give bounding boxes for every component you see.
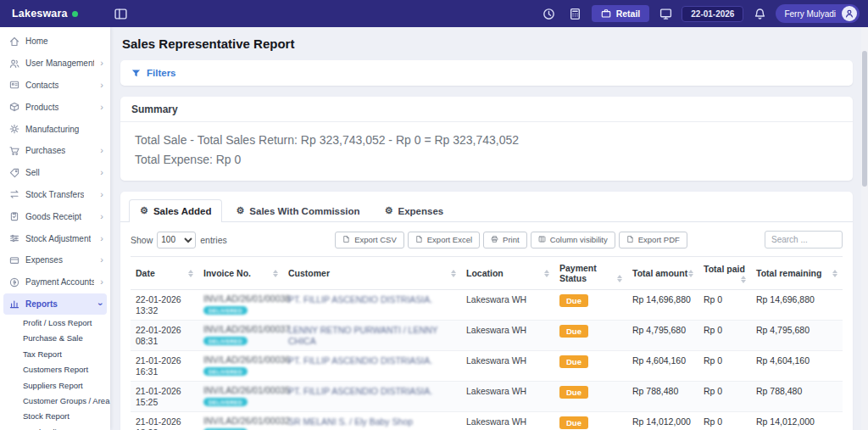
- print-button[interactable]: Print: [483, 232, 527, 249]
- transfers-icon: [9, 189, 19, 199]
- cell-total-amount: Rp 788,480: [627, 382, 698, 412]
- calculator-icon[interactable]: [565, 3, 586, 24]
- export-pdf-button[interactable]: Export PDF: [619, 232, 687, 249]
- main-content: Sales Representative Report Filters Summ…: [110, 27, 868, 430]
- page-size-select[interactable]: 100: [157, 232, 196, 249]
- sidebar-subitem-profit-loss-report[interactable]: Profit / Loss Report: [0, 315, 110, 330]
- sidebar-item-label: Stock Transfers: [25, 190, 84, 199]
- cell-payment-status: Due: [554, 351, 627, 382]
- users-icon: [9, 59, 19, 69]
- cell-total-amount: Rp 4,604,160: [627, 351, 698, 382]
- sidebar-item-contacts[interactable]: Contacts›: [0, 75, 110, 97]
- sidebar-subitem-customers-report[interactable]: Customers Report: [0, 362, 110, 377]
- chevron-right-icon: ›: [97, 303, 106, 306]
- date-chip[interactable]: 22-01-2026: [682, 6, 743, 22]
- payment-status-badge[interactable]: Due: [559, 294, 588, 307]
- sidebar-subitem-stock-adjustment-report[interactable]: Stock Adjustment Report: [0, 424, 110, 430]
- chevron-right-icon: ›: [100, 255, 103, 265]
- sidebar-item-label: Products: [25, 103, 58, 112]
- sidebar-item-expenses[interactable]: Expenses›: [0, 249, 110, 271]
- export-excel-button[interactable]: Export Excel: [408, 232, 480, 249]
- table-row[interactable]: 21-01-2026 15:25INV/LAD/26/01/00035DELIV…: [131, 382, 843, 412]
- sidebar-item-user-management[interactable]: User Management›: [0, 53, 110, 75]
- sidebar-item-label: Payment Accounts: [25, 277, 94, 287]
- tab-sales-with-commission[interactable]: ⚙Sales With Commission: [225, 199, 370, 222]
- sidebar-item-sell[interactable]: Sell›: [0, 162, 110, 184]
- sidebar-item-stock-adjustment[interactable]: Stock Adjustment›: [0, 227, 110, 249]
- column-header-invoice-no[interactable]: Invoice No.: [198, 257, 283, 290]
- sidebar: HomeUser Management›Contacts›Products›Ma…: [0, 27, 110, 430]
- page-title: Sales Representative Report: [122, 36, 853, 51]
- products-icon: [9, 102, 19, 112]
- chevron-right-icon: ›: [100, 190, 103, 199]
- payment-status-badge[interactable]: Due: [559, 416, 588, 429]
- page-scrollbar[interactable]: [861, 27, 868, 430]
- sort-icon: [741, 276, 746, 283]
- column-header-payment-status[interactable]: Payment Status: [554, 257, 627, 290]
- filters-panel[interactable]: Filters: [120, 60, 853, 86]
- table-row[interactable]: 22-01-2026 13:32INV/LAD/26/01/00038DELIV…: [131, 290, 843, 321]
- sidebar-item-label: Manufacturing: [25, 125, 79, 134]
- payment-status-badge[interactable]: Due: [559, 355, 588, 368]
- retail-button[interactable]: Retail: [592, 5, 650, 22]
- user-name: Ferry Mulyadi: [784, 9, 836, 19]
- sidebar-subitem-suppliers-report[interactable]: Suppliers Report: [0, 377, 110, 393]
- column-header-total-amount[interactable]: Total amount: [627, 257, 698, 290]
- cell-date: 22-01-2026 13:32: [131, 290, 198, 321]
- cell-total-paid: Rp 0: [698, 382, 751, 412]
- sidebar-item-reports[interactable]: Reports›: [3, 293, 107, 316]
- payment-status-badge[interactable]: Due: [559, 325, 588, 338]
- search-input[interactable]: [765, 231, 843, 249]
- sort-icon: [544, 270, 549, 277]
- columns-icon: [538, 235, 546, 245]
- gear-icon: ⚙: [140, 205, 148, 216]
- cell-location: Lakeswara WH: [461, 290, 554, 321]
- cell-location: Lakeswara WH: [461, 321, 554, 351]
- sidebar-item-products[interactable]: Products›: [0, 96, 110, 118]
- sidebar-item-stock-transfers[interactable]: Stock Transfers›: [0, 184, 110, 206]
- bell-icon[interactable]: [749, 3, 770, 24]
- cell-date: 22-01-2026 08:31: [131, 321, 198, 351]
- cell-customer: LENNY RETNO PURWANTI / LENNY CHICA: [283, 321, 461, 351]
- user-menu[interactable]: Ferry Mulyadi: [776, 4, 860, 23]
- sidebar-item-label: User Management: [25, 59, 94, 68]
- cell-total-paid: Rp 0: [698, 321, 751, 351]
- sidebar-item-manufacturing[interactable]: Manufacturing: [0, 118, 110, 140]
- column-header-date[interactable]: Date: [131, 257, 198, 290]
- brand-name: Lakeswara: [12, 8, 68, 20]
- sidebar-toggle-icon[interactable]: [110, 3, 131, 24]
- sidebar-subitem-customer-groups-area-rep[interactable]: Customer Groups / Area Rep...: [0, 393, 110, 408]
- sidebar-item-label: Reports: [25, 299, 58, 309]
- sidebar-item-home[interactable]: Home: [0, 31, 110, 53]
- column-header-customer[interactable]: Customer: [283, 257, 461, 290]
- table-row[interactable]: 22-01-2026 08:31INV/LAD/26/01/00037DELIV…: [131, 321, 843, 351]
- tab-sales-added[interactable]: ⚙Sales Added: [129, 199, 222, 222]
- cell-location: Lakeswara WH: [461, 382, 554, 412]
- table-row[interactable]: 21-01-2026 13:22INV/LAD/26/01/00032DELIV…: [131, 412, 843, 430]
- filter-icon: [131, 69, 141, 78]
- sidebar-subitem-stock-report[interactable]: Stock Report: [0, 409, 110, 424]
- cell-total-remaining: Rp 14,012,000: [751, 412, 843, 430]
- scrollbar-thumb[interactable]: [862, 51, 867, 187]
- payment-status-badge[interactable]: Due: [559, 386, 588, 399]
- chevron-right-icon: ›: [100, 212, 103, 221]
- monitor-icon[interactable]: [655, 3, 676, 24]
- sidebar-item-payment-accounts[interactable]: Payment Accounts›: [0, 271, 110, 293]
- export-csv-button[interactable]: Export CSV: [335, 232, 404, 249]
- entries-label: entries: [200, 235, 227, 245]
- cell-total-paid: Rp 0: [698, 412, 751, 430]
- export-button-group: Export CSVExport ExcelPrintColumn visibi…: [258, 232, 765, 249]
- printer-icon: [491, 235, 498, 245]
- sidebar-subitem-tax-report[interactable]: Tax Report: [0, 346, 110, 361]
- sidebar-item-purchases[interactable]: Purchases›: [0, 140, 110, 162]
- sidebar-subitem-purchase-sale[interactable]: Purchase & Sale: [0, 331, 110, 346]
- column-header-total-remaining[interactable]: Total remaining: [751, 257, 843, 290]
- purchases-icon: [9, 146, 19, 156]
- tab-expenses[interactable]: ⚙Expenses: [374, 199, 455, 222]
- clock-icon[interactable]: [539, 3, 559, 24]
- table-row[interactable]: 21-01-2026 16:31INV/LAD/26/01/00036DELIV…: [131, 351, 843, 382]
- column-header-total-paid[interactable]: Total paid: [698, 257, 751, 290]
- column-header-location[interactable]: Location: [461, 257, 554, 290]
- sidebar-item-goods-receipt[interactable]: Goods Receipt›: [0, 205, 110, 227]
- column-visibility-button[interactable]: Column visibility: [531, 232, 615, 249]
